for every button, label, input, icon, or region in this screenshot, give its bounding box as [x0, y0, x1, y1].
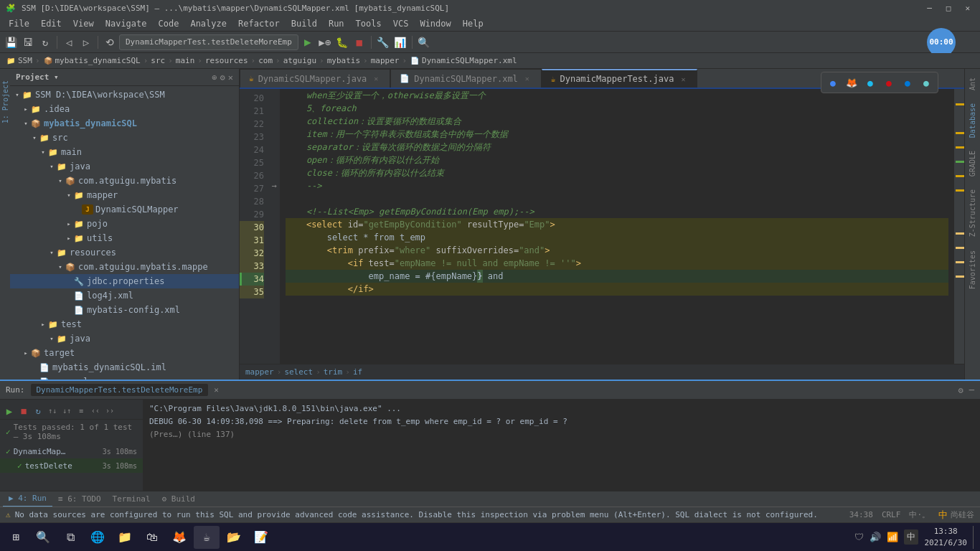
safari-icon[interactable]: ●: [919, 75, 933, 90]
explorer-2-btn[interactable]: 📂: [221, 526, 247, 549]
stop-btn[interactable]: ■: [352, 34, 367, 50]
debug-btn[interactable]: 🐛: [334, 34, 350, 50]
right-tab-database[interactable]: Database: [966, 98, 979, 143]
run-ctrl-prev-fail[interactable]: ‹‹: [89, 405, 102, 418]
close-btn[interactable]: ✕: [961, 4, 974, 13]
path-com[interactable]: com: [258, 56, 273, 65]
menu-refactor[interactable]: Refactor: [232, 17, 286, 30]
speaker-icon[interactable]: 🔊: [870, 532, 881, 542]
right-tab-gradle[interactable]: GRADLE: [966, 145, 979, 182]
menu-analyze[interactable]: Analyze: [184, 17, 232, 30]
firefox-icon[interactable]: 🦊: [844, 75, 859, 90]
path-module[interactable]: 📦 mybatis_dynamicSQL: [43, 56, 141, 66]
path-mybatis[interactable]: mybatis: [327, 56, 360, 65]
run-tab-close[interactable]: ✕: [214, 385, 219, 395]
tree-item-target[interactable]: ▸ 📦 target: [10, 346, 239, 360]
search-btn[interactable]: 🔍: [416, 34, 432, 50]
path-src[interactable]: src: [151, 56, 165, 65]
file-explorer-btn[interactable]: 📁: [112, 526, 138, 549]
path-main[interactable]: main: [176, 56, 195, 65]
tree-item-pojo[interactable]: ▸ 📁 pojo: [10, 217, 239, 231]
code-content[interactable]: when至少设置一个，otherwise最多设置一个 5、foreach col…: [280, 89, 954, 364]
tree-item-java-src[interactable]: ▾ 📁 java: [10, 159, 239, 174]
run-ctrl-play[interactable]: ▶: [3, 405, 16, 418]
tree-item-dynamic-mapper-java[interactable]: J DynamicSQLMapper: [10, 202, 239, 217]
menu-file[interactable]: File: [3, 17, 35, 30]
menu-build[interactable]: Build: [286, 17, 323, 30]
menu-vcs[interactable]: VCS: [387, 17, 415, 30]
menu-window[interactable]: Window: [414, 17, 456, 30]
tree-item-src[interactable]: ▾ 📁 src: [10, 131, 239, 145]
tree-item-pom[interactable]: 📄 pom.xml: [10, 375, 239, 380]
right-tab-z-structure[interactable]: Z-Structure: [966, 184, 979, 242]
menu-edit[interactable]: Edit: [35, 17, 67, 30]
run-ctrl-sort-asc[interactable]: ↑↓: [46, 405, 59, 418]
tree-item-iml[interactable]: 📄 mybatis_dynamicSQL.iml: [10, 360, 239, 375]
bottom-tab-build[interactable]: ⚙ Build: [156, 491, 201, 507]
run-ctrl-next-fail[interactable]: ››: [103, 405, 116, 418]
run-minimize-icon[interactable]: ─: [969, 385, 974, 395]
menu-help[interactable]: Help: [457, 17, 489, 30]
run-btn[interactable]: ▶: [300, 34, 316, 50]
forward-btn[interactable]: ▷: [78, 34, 94, 50]
network-icon[interactable]: 📶: [887, 532, 898, 542]
refresh-btn[interactable]: ↻: [37, 34, 53, 50]
task-view-btn[interactable]: ⧉: [57, 526, 83, 549]
tree-item-java-test[interactable]: ▾ 📁 java: [10, 331, 239, 346]
tab-dynamic-mapper-xml[interactable]: 📄 DynamicSQLMapper.xml ✕: [390, 69, 542, 88]
maximize-btn[interactable]: □: [942, 4, 956, 13]
menu-tools[interactable]: Tools: [350, 17, 387, 30]
run-settings-icon[interactable]: ⚙: [958, 385, 963, 395]
tree-item-mapper-resource[interactable]: ▾ 📦 com.atguigu.mybatis.mappe: [10, 260, 239, 274]
path-resources[interactable]: resources: [205, 56, 248, 65]
run-tree-testdelete[interactable]: ✓ testDelete 3s 108ms: [0, 458, 143, 473]
right-tab-ant[interactable]: Ant: [966, 72, 979, 96]
menu-run[interactable]: Run: [323, 17, 350, 30]
menu-navigate[interactable]: Navigate: [100, 17, 153, 30]
tree-item-log4j[interactable]: 📄 log4j.xml: [10, 288, 239, 303]
notepad-btn[interactable]: 📝: [248, 526, 274, 549]
save-all-btn[interactable]: 🖫: [20, 34, 36, 50]
tree-item-main[interactable]: ▾ 📁 main: [10, 145, 239, 159]
path-atguigu[interactable]: atguigu: [283, 56, 316, 65]
menu-view[interactable]: View: [67, 17, 100, 30]
tree-item-mapper-folder[interactable]: ▾ 📁 mapper: [10, 188, 239, 202]
project-close-icon[interactable]: ✕: [228, 72, 233, 83]
panel-label-1-project[interactable]: 1: Project: [0, 75, 11, 129]
store-btn[interactable]: 🛍: [139, 526, 165, 549]
tab-dynamic-mapper-test[interactable]: ☕ DynamicMapperTest.java ✕: [542, 69, 698, 88]
project-add-icon[interactable]: ⊕: [212, 72, 217, 83]
ime-taskbar-icon[interactable]: 中: [904, 529, 918, 545]
bc-if[interactable]: if: [353, 367, 362, 377]
tree-item-utils[interactable]: ▸ 📁 utils: [10, 231, 239, 245]
tab-close-1[interactable]: ✕: [371, 74, 381, 84]
ie-icon[interactable]: ●: [863, 75, 877, 90]
bottom-tab-terminal[interactable]: Terminal: [107, 491, 156, 507]
tree-item-package[interactable]: ▾ 📦 com.atguigu.mybatis: [10, 174, 239, 188]
bc-select[interactable]: select: [284, 367, 313, 377]
run-ctrl-sort-desc[interactable]: ↓↑: [60, 405, 73, 418]
code-editor[interactable]: 20 21 22 23 24 25 26 27 28 29 30 31 32 3…: [240, 89, 964, 364]
opera-icon[interactable]: ●: [882, 75, 896, 90]
tree-item-resources[interactable]: ▾ 📁 resources: [10, 245, 239, 260]
menu-code[interactable]: Code: [153, 17, 185, 30]
run-tree-dynamicmap[interactable]: ✓ DynamicMap… 3s 108ms: [0, 444, 143, 458]
tree-item-jdbc-properties[interactable]: 🔧 jdbc.properties: [10, 274, 239, 288]
project-settings-icon[interactable]: ⚙: [220, 72, 225, 83]
run-active-tab[interactable]: DynamicMapperTest.testDeleteMoreEmp: [31, 384, 209, 396]
tab-close-2[interactable]: ✕: [522, 74, 532, 84]
antivirus-icon[interactable]: 🛡: [854, 532, 864, 542]
sdk-btn[interactable]: 🔧: [375, 34, 391, 50]
edge-icon[interactable]: ●: [900, 75, 915, 90]
tree-item-test[interactable]: ▸ 📁 test: [10, 317, 239, 331]
right-tab-favorites[interactable]: Favorites: [966, 245, 979, 295]
nav-path[interactable]: DynamicMapperTest.testDeleteMoreEmp: [119, 34, 298, 50]
tree-item-ssm[interactable]: ▾ 📁 SSM D:\IDEA\workspace\SSM: [10, 88, 239, 102]
intellij-taskbar-btn[interactable]: ☕: [194, 526, 220, 549]
back-btn[interactable]: ◁: [61, 34, 77, 50]
save-btn[interactable]: 💾: [3, 34, 19, 50]
structure-btn[interactable]: 📊: [392, 34, 408, 50]
path-mapper[interactable]: mapper: [371, 56, 400, 65]
bc-mapper[interactable]: mapper: [245, 367, 274, 377]
run-ctrl-filter[interactable]: ≡: [75, 405, 88, 418]
